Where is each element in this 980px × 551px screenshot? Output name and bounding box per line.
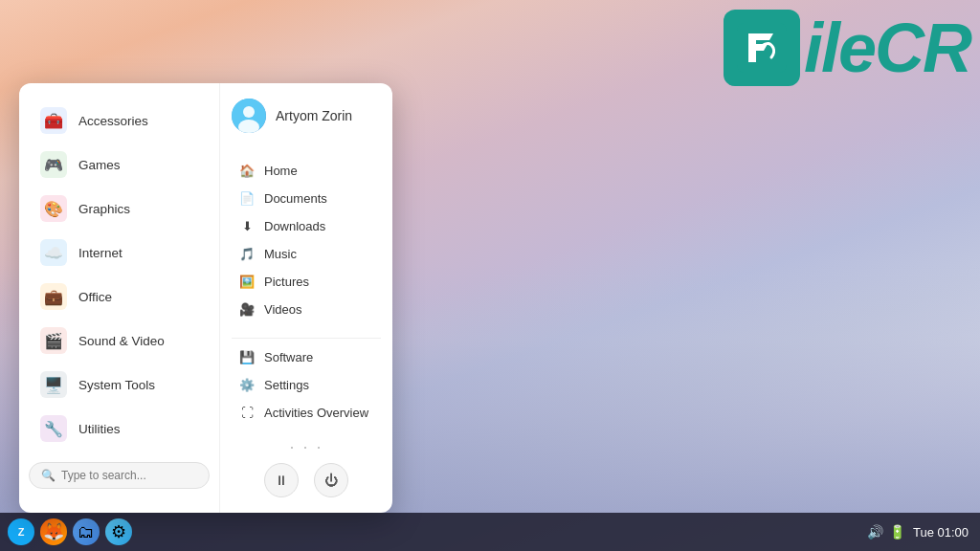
- search-icon: 🔍: [41, 469, 56, 482]
- user-name: Artyom Zorin: [276, 108, 352, 123]
- category-item-internet[interactable]: ☁️ Internet: [25, 231, 213, 275]
- taskbar-left: Z 🦊 🗂 ⚙: [8, 518, 132, 545]
- bottom-nav-item-settings[interactable]: ⚙️ Settings: [232, 372, 381, 398]
- categories-list: 🧰 Accessories 🎮 Games 🎨 Graphics ☁️ Inte…: [19, 99, 219, 451]
- user-section: Artyom Zorin: [232, 99, 381, 144]
- bottom-nav-item-software[interactable]: 💾 Software: [232, 344, 381, 370]
- nav-item-documents[interactable]: 📄 Documents: [232, 186, 381, 211]
- bottom-nav-icon-settings: ⚙️: [239, 378, 255, 392]
- category-icon-office: 💼: [40, 283, 67, 310]
- zorin-menu-button[interactable]: Z: [8, 518, 34, 545]
- category-label-system-tools: System Tools: [78, 378, 155, 392]
- category-item-utilities[interactable]: 🔧 Utilities: [25, 407, 213, 451]
- battery-icon: 🔋: [889, 524, 905, 540]
- svg-point-2: [243, 106, 255, 118]
- category-icon-utilities: 🔧: [40, 415, 67, 442]
- category-icon-graphics: 🎨: [40, 195, 67, 222]
- nav-items-list: 🏠 Home 📄 Documents ⬇ Downloads 🎵 Music 🖼…: [232, 158, 381, 322]
- nav-label-downloads: Downloads: [264, 219, 325, 233]
- category-label-office: Office: [78, 290, 112, 304]
- category-item-graphics[interactable]: 🎨 Graphics: [25, 187, 213, 231]
- nav-item-videos[interactable]: 🎥 Videos: [232, 297, 381, 322]
- action-btn-power[interactable]: ⏻: [314, 463, 348, 497]
- category-icon-sound-video: 🎬: [40, 327, 67, 354]
- dots-indicator: · · ·: [232, 437, 381, 457]
- nav-icon-pictures: 🖼️: [239, 275, 255, 289]
- watermark-icon: [724, 10, 800, 86]
- category-label-sound-video: Sound & Video: [78, 334, 165, 348]
- category-item-office[interactable]: 💼 Office: [25, 275, 213, 319]
- action-buttons: ⏸⏻: [232, 463, 381, 497]
- category-label-internet: Internet: [78, 246, 122, 260]
- nav-label-documents: Documents: [264, 191, 327, 206]
- files-button[interactable]: 🗂: [73, 518, 100, 545]
- watermark-text: ileCR: [804, 13, 970, 82]
- right-panel: Artyom Zorin 🏠 Home 📄 Documents ⬇ Downlo…: [220, 83, 392, 513]
- action-btn-suspend[interactable]: ⏸: [264, 463, 299, 497]
- category-icon-games: 🎮: [40, 151, 67, 178]
- nav-item-pictures[interactable]: 🖼️ Pictures: [232, 269, 381, 295]
- nav-icon-videos: 🎥: [239, 302, 255, 317]
- category-item-accessories[interactable]: 🧰 Accessories: [25, 99, 213, 143]
- category-label-utilities: Utilities: [78, 422, 121, 436]
- nav-item-music[interactable]: 🎵 Music: [232, 241, 381, 267]
- category-item-system-tools[interactable]: 🖥️ System Tools: [25, 363, 213, 407]
- bottom-nav-item-activities-overview[interactable]: ⛶ Activities Overview: [232, 400, 381, 426]
- firefox-button[interactable]: 🦊: [40, 518, 67, 545]
- category-icon-accessories: 🧰: [40, 107, 67, 134]
- app-menu: 🧰 Accessories 🎮 Games 🎨 Graphics ☁️ Inte…: [19, 83, 392, 513]
- categories-panel: 🧰 Accessories 🎮 Games 🎨 Graphics ☁️ Inte…: [19, 83, 220, 513]
- settings-app-button[interactable]: ⚙: [105, 518, 132, 545]
- category-item-games[interactable]: 🎮 Games: [25, 143, 213, 187]
- nav-item-downloads[interactable]: ⬇ Downloads: [232, 213, 381, 239]
- nav-icon-home: 🏠: [239, 164, 255, 178]
- watermark: ileCR: [724, 10, 970, 86]
- clock: Tue 01:00: [913, 525, 969, 540]
- avatar: [232, 99, 266, 133]
- bottom-nav-icon-software: 💾: [239, 350, 255, 364]
- nav-icon-downloads: ⬇: [239, 219, 255, 233]
- bottom-nav-list: 💾 Software ⚙️ Settings ⛶ Activities Over…: [232, 344, 381, 426]
- nav-label-videos: Videos: [264, 302, 302, 317]
- category-item-sound-video[interactable]: 🎬 Sound & Video: [25, 319, 213, 363]
- category-icon-system-tools: 🖥️: [40, 371, 67, 398]
- search-bar[interactable]: 🔍: [29, 462, 210, 489]
- nav-item-home[interactable]: 🏠 Home: [232, 158, 381, 184]
- bottom-nav-icon-activities-overview: ⛶: [239, 406, 255, 420]
- bottom-nav-label-settings: Settings: [264, 378, 309, 392]
- nav-label-home: Home: [264, 164, 298, 178]
- nav-label-pictures: Pictures: [264, 275, 309, 289]
- nav-label-music: Music: [264, 247, 297, 261]
- search-input[interactable]: [61, 469, 197, 482]
- category-label-graphics: Graphics: [78, 202, 130, 216]
- category-icon-internet: ☁️: [40, 239, 67, 266]
- bottom-nav-label-activities-overview: Activities Overview: [264, 406, 368, 420]
- separator-1: [232, 338, 381, 339]
- volume-icon[interactable]: 🔊: [867, 524, 883, 540]
- category-label-games: Games: [78, 158, 121, 172]
- taskbar: Z 🦊 🗂 ⚙ 🔊 🔋 Tue 01:00: [0, 513, 980, 551]
- bottom-nav-label-software: Software: [264, 350, 313, 364]
- nav-icon-music: 🎵: [239, 247, 255, 261]
- category-label-accessories: Accessories: [78, 114, 148, 128]
- taskbar-right: 🔊 🔋 Tue 01:00: [867, 524, 969, 540]
- nav-icon-documents: 📄: [239, 191, 255, 206]
- system-tray: 🔊 🔋: [867, 524, 905, 540]
